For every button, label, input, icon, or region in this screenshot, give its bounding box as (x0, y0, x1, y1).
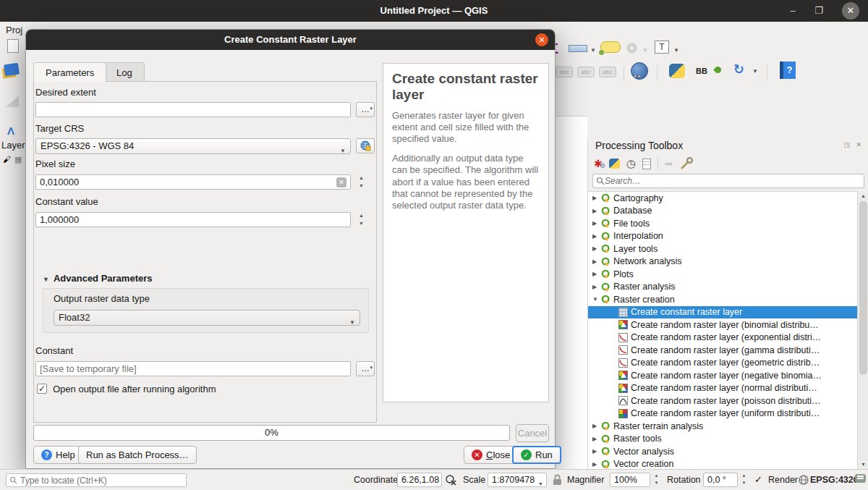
rotation-value[interactable]: 0,0 ° (703, 473, 738, 487)
tree-item-algorithm[interactable]: Create random raster layer (binomial dis… (588, 318, 857, 331)
tree-item-group[interactable]: ▶Raster terrain analysis (588, 420, 857, 433)
history-icon[interactable]: ◷ (626, 157, 636, 170)
constant-value-input[interactable] (35, 212, 351, 227)
tree-item-algorithm[interactable]: Create random raster layer (uniform dist… (588, 407, 857, 421)
toolbox-window-icons[interactable]: ◳ ✕ (843, 141, 864, 148)
results-viewer-icon[interactable] (642, 159, 651, 169)
expand-arrow-icon[interactable]: ▶ (592, 448, 600, 455)
geometry-checker-icon[interactable] (713, 65, 723, 75)
expand-arrow-icon[interactable]: ▼ (592, 296, 600, 303)
advanced-parameters-toggle[interactable]: ▼Advanced Parameters (43, 273, 153, 284)
locate-box[interactable] (6, 473, 187, 487)
expand-arrow-icon[interactable]: ▶ (592, 258, 600, 265)
tree-item-group[interactable]: ▶Vector creation (588, 458, 857, 470)
refresh-plugin-icon[interactable]: ↻ (733, 62, 744, 77)
tree-item-group[interactable]: ▶File tools (588, 217, 857, 230)
tree-item-group[interactable]: ▶Layer tools (588, 242, 857, 255)
rotation-spinner[interactable]: ▲▼ (739, 473, 749, 487)
tree-item-group[interactable]: ▶Cartography (588, 192, 857, 205)
clear-value-icon[interactable]: ✕ (336, 177, 346, 187)
refresh-dropdown-caret[interactable]: ▼ (752, 68, 758, 75)
tree-item-algorithm[interactable]: Create random raster layer (gamma distri… (588, 344, 857, 357)
tree-item-algorithm[interactable]: Create random raster layer (negative bin… (588, 369, 857, 382)
tab-parameters[interactable]: Parameters (33, 62, 106, 82)
scrollbar-thumb[interactable] (859, 201, 867, 375)
dialog-close-button[interactable]: ✕ (535, 33, 548, 46)
new-bookmark-icon[interactable]: ❂ (626, 41, 637, 56)
scripts-python-icon[interactable] (609, 159, 620, 169)
run-button[interactable]: ✓ Run (512, 446, 561, 464)
pixel-size-input[interactable] (35, 174, 351, 190)
close-window-button[interactable]: ✕ (842, 2, 859, 20)
pixel-size-spinner[interactable]: ▲▼ (356, 174, 367, 190)
help-book-icon[interactable]: ? (780, 62, 796, 79)
toolbox-search-input[interactable] (605, 176, 861, 186)
tree-item-algorithm[interactable]: Create random raster layer (poisson dist… (588, 394, 857, 407)
expand-arrow-icon[interactable]: ▶ (592, 195, 600, 201)
help-button[interactable]: ? Help (33, 446, 83, 464)
tree-item-group[interactable]: ▶Database (588, 205, 857, 218)
target-crs-combo[interactable]: EPSG:4326 - WGS 84 ▼ (35, 138, 351, 154)
expand-arrow-icon[interactable]: ▶ (592, 284, 600, 290)
output-type-combo[interactable]: Float32 ▼ (54, 310, 360, 326)
annotation-dropdown-caret[interactable]: ▼ (673, 47, 679, 54)
output-file-button[interactable]: …▾ (356, 361, 375, 376)
expand-arrow-icon[interactable]: ▶ (592, 245, 600, 252)
toolbox-search[interactable] (592, 174, 864, 188)
scroll-down-icon[interactable]: ▼ (858, 460, 868, 469)
extents-toggle-icon[interactable] (445, 474, 456, 486)
new-project-icon[interactable] (7, 39, 19, 53)
desired-extent-input[interactable] (35, 102, 351, 117)
close-button[interactable]: ✕ Close (464, 446, 518, 464)
layer-filter-icon[interactable]: ▦ (14, 155, 22, 164)
metasearch-icon[interactable]: 👓 (631, 62, 648, 80)
magnifier-value[interactable]: 100% (610, 473, 650, 487)
tree-item-algorithm[interactable]: Create constant raster layer (588, 306, 857, 319)
tree-item-group[interactable]: ▶Plots (588, 268, 857, 281)
expand-arrow-icon[interactable]: ▶ (592, 423, 600, 429)
render-checkbox[interactable]: ✓ (754, 475, 765, 485)
bb-plugin-button[interactable]: BB (696, 67, 707, 75)
scale-combo[interactable]: 1:8709478▼ (488, 473, 547, 487)
text-annotation-icon[interactable]: T (655, 41, 669, 54)
tab-log[interactable]: Log (104, 62, 145, 82)
scroll-up-icon[interactable]: ▲ (858, 191, 868, 200)
menu-project[interactable]: Proj (6, 25, 22, 35)
tree-item-algorithm[interactable]: Create random raster layer (normal distr… (588, 382, 857, 395)
open-output-checkbox[interactable]: ✓ (37, 384, 47, 394)
tree-item-group[interactable]: ▶Network analysis (588, 255, 857, 269)
extent-options-button[interactable]: …▾ (356, 102, 375, 117)
crs-status-button[interactable]: EPSG:4326 (810, 475, 859, 485)
expand-arrow-icon[interactable]: ▶ (592, 233, 600, 240)
tree-item-group[interactable]: ▶Interpolation (588, 230, 857, 243)
tree-item-group[interactable]: ▶Vector analysis (588, 445, 857, 458)
tree-item-algorithm[interactable]: Create random raster layer (geometric di… (588, 357, 857, 370)
tree-scrollbar[interactable]: ▲ ▼ (857, 191, 868, 469)
run-batch-button[interactable]: Run as Batch Process… (78, 446, 197, 464)
map-tips-icon[interactable] (600, 41, 621, 53)
tree-item-group[interactable]: ▼Raster creation (588, 293, 857, 306)
tree-item-algorithm[interactable]: Create random raster layer (exponential … (588, 331, 857, 345)
maximize-button[interactable]: ❐ (810, 2, 827, 20)
expand-arrow-icon[interactable]: ▶ (592, 271, 600, 277)
layer-style-icon[interactable]: 🖌 (3, 155, 11, 164)
dialog-titlebar[interactable]: Create Constant Raster Layer ✕ (26, 30, 555, 50)
tree-item-group[interactable]: ▶Raster tools (588, 433, 857, 446)
expand-arrow-icon[interactable]: ▶ (592, 220, 600, 227)
locate-input[interactable] (20, 476, 183, 486)
minimize-button[interactable]: – (784, 2, 801, 20)
constant-output-input[interactable] (35, 361, 351, 376)
lock-scale-icon[interactable] (553, 474, 562, 486)
measure-line-icon[interactable] (569, 45, 587, 52)
expand-arrow-icon[interactable]: ▶ (592, 208, 600, 214)
messages-icon[interactable] (855, 474, 866, 483)
expand-arrow-icon[interactable]: ▶ (592, 461, 600, 468)
coordinate-value[interactable]: 6.26,1.08 (397, 473, 442, 487)
add-layer-icon[interactable] (4, 63, 20, 77)
measure-dropdown-caret[interactable]: ▼ (590, 47, 596, 54)
crs-picker-button[interactable] (356, 138, 375, 153)
python-console-icon[interactable] (669, 64, 685, 78)
tree-item-group[interactable]: ▶Raster analysis (588, 281, 857, 294)
magnifier-spinner[interactable]: ▲▼ (652, 473, 661, 487)
options-wrench-icon[interactable] (680, 157, 694, 170)
